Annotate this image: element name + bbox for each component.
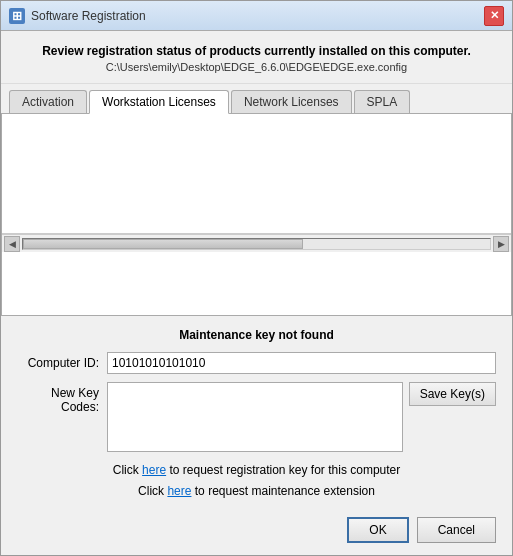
header-line1: Review registration status of products c… (17, 43, 496, 60)
links-section: Click here to request registration key f… (17, 460, 496, 503)
link1-suffix: to request registration key for this com… (166, 463, 400, 477)
software-registration-window: ⊞ Software Registration ✕ Review registr… (0, 0, 513, 556)
scroll-track[interactable] (22, 238, 491, 250)
link1-prefix: Click (113, 463, 142, 477)
window-title: Software Registration (31, 9, 146, 23)
tab-network-licenses[interactable]: Network Licenses (231, 90, 352, 113)
registration-key-link[interactable]: here (142, 463, 166, 477)
close-button[interactable]: ✕ (484, 6, 504, 26)
ok-button[interactable]: OK (347, 517, 408, 543)
header-section: Review registration status of products c… (1, 31, 512, 84)
link2-prefix: Click (138, 484, 167, 498)
title-bar-left: ⊞ Software Registration (9, 8, 146, 24)
tab-content: ◀ ▶ (1, 114, 512, 316)
scroll-right-button[interactable]: ▶ (493, 236, 509, 252)
new-key-codes-row: New Key Codes: Save Key(s) (17, 382, 496, 452)
dialog-buttons: OK Cancel (17, 513, 496, 543)
scrollable-area (2, 114, 511, 234)
cancel-button[interactable]: Cancel (417, 517, 496, 543)
title-bar: ⊞ Software Registration ✕ (1, 1, 512, 31)
tab-spla[interactable]: SPLA (354, 90, 411, 113)
tabs-bar: Activation Workstation Licenses Network … (1, 84, 512, 114)
header-filepath: C:\Users\emily\Desktop\EDGE_6.6.0\EDGE\E… (17, 60, 496, 75)
bottom-panel: Maintenance key not found Computer ID: N… (1, 316, 512, 555)
link-line2: Click here to request maintenance extens… (17, 481, 496, 503)
new-key-textarea[interactable] (107, 382, 403, 452)
computer-id-label: Computer ID: (17, 356, 107, 370)
maintenance-message: Maintenance key not found (17, 328, 496, 342)
horizontal-scrollbar: ◀ ▶ (2, 234, 511, 252)
link2-suffix: to request maintenance extension (191, 484, 374, 498)
link-line1: Click here to request registration key f… (17, 460, 496, 482)
save-keys-button[interactable]: Save Key(s) (409, 382, 496, 406)
tab-activation[interactable]: Activation (9, 90, 87, 113)
scroll-thumb[interactable] (23, 239, 303, 249)
scroll-left-button[interactable]: ◀ (4, 236, 20, 252)
computer-id-row: Computer ID: (17, 352, 496, 374)
new-key-label: New Key Codes: (17, 382, 107, 414)
computer-id-input[interactable] (107, 352, 496, 374)
app-icon: ⊞ (9, 8, 25, 24)
tab-workstation-licenses[interactable]: Workstation Licenses (89, 90, 229, 114)
maintenance-extension-link[interactable]: here (167, 484, 191, 498)
